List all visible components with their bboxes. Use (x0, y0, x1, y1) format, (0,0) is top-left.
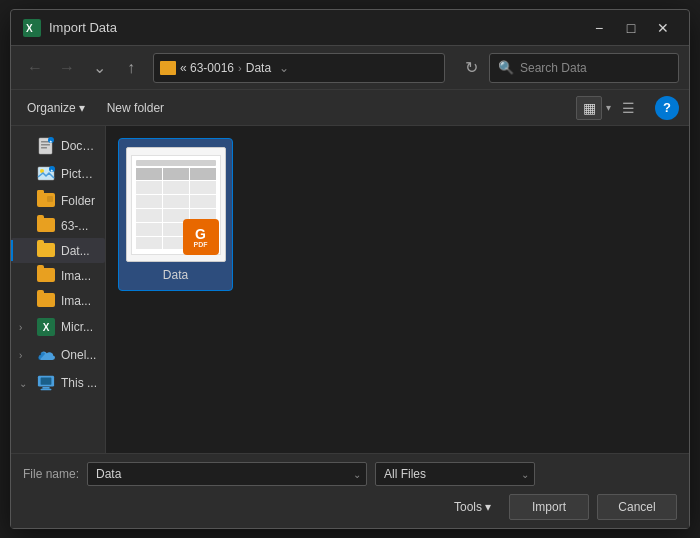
title-bar: X Import Data − □ ✕ (11, 10, 689, 46)
svg-text:X: X (26, 23, 33, 34)
organize-arrow-icon: ▾ (79, 101, 85, 115)
sidebar-item-63[interactable]: 63-... (11, 213, 105, 238)
sidebar-label-docs: Docu... (61, 139, 97, 153)
main-area: ★ Docu... ★ Pictu... (11, 126, 689, 453)
address-dropdown-icon: ⌄ (279, 61, 289, 75)
svg-rect-5 (41, 147, 47, 149)
sidebar-label-thispc: This ... (61, 376, 97, 390)
search-icon: 🔍 (498, 60, 514, 75)
address-text: « 63-0016 (180, 61, 234, 75)
sidebar-label-onedrive: Onel... (61, 348, 97, 362)
svg-rect-14 (42, 387, 49, 389)
filetype-select[interactable]: All Files CSV Files Excel Files Text Fil… (375, 462, 535, 486)
folder-images1-icon (37, 268, 55, 283)
sidebar-item-images1[interactable]: Ima... (11, 263, 105, 288)
sidebar-item-docs[interactable]: ★ Docu... (11, 132, 105, 160)
filetype-select-wrap: All Files CSV Files Excel Files Text Fil… (375, 462, 535, 486)
sidebar-item-thispc[interactable]: ⌄ This ... (11, 369, 105, 397)
thumb-cell (136, 181, 162, 194)
address-current: Data (246, 61, 271, 75)
sidebar-expand-thispc: ⌄ (19, 378, 31, 389)
thumb-cell (190, 168, 216, 181)
address-bar[interactable]: « 63-0016 › Data ⌄ (153, 53, 445, 83)
sidebar: ★ Docu... ★ Pictu... (11, 126, 106, 453)
sidebar-item-images2[interactable]: Ima... (11, 288, 105, 313)
sidebar-label-images2: Ima... (61, 294, 97, 308)
file-item-data[interactable]: G PDF Data (118, 138, 233, 291)
recent-button[interactable]: ⌄ (85, 54, 113, 82)
file-thumbnail-data: G PDF (126, 147, 226, 262)
sidebar-label-images1: Ima... (61, 269, 97, 283)
address-content: « 63-0016 › Data ⌄ (160, 61, 438, 75)
tools-label: Tools (454, 500, 482, 514)
dialog-title: Import Data (49, 20, 585, 35)
cancel-button[interactable]: Cancel (597, 494, 677, 520)
filename-label: File name: (23, 467, 79, 481)
thispc-icon (37, 374, 55, 392)
folder-data-icon (37, 243, 55, 258)
svg-rect-4 (41, 144, 50, 146)
svg-rect-15 (41, 389, 52, 390)
svg-rect-13 (41, 378, 52, 385)
sidebar-label-data: Dat... (61, 244, 97, 258)
window-controls: − □ ✕ (585, 18, 677, 38)
tools-button[interactable]: Tools ▾ (444, 496, 501, 518)
svg-text:★: ★ (49, 139, 53, 144)
sidebar-item-onedrive[interactable]: › Onel... (11, 341, 105, 369)
sidebar-item-microsoft[interactable]: › X Micr... (11, 313, 105, 341)
pictures-icon: ★ (37, 165, 55, 183)
sidebar-expand-onedrive: › (19, 350, 31, 361)
svg-text:★: ★ (50, 168, 54, 173)
folder-63-icon (37, 218, 55, 233)
search-box[interactable]: 🔍 (489, 53, 679, 83)
sidebar-item-pictures[interactable]: ★ Pictu... (11, 160, 105, 188)
sidebar-item-data[interactable]: Dat... (11, 238, 105, 263)
bottom-bar: File name: ⌄ All Files CSV Files Excel F… (11, 453, 689, 528)
thumb-cell (163, 195, 189, 208)
search-input[interactable] (520, 61, 670, 75)
up-button[interactable]: ↑ (117, 54, 145, 82)
thumb-cell (136, 223, 162, 236)
sidebar-expand-microsoft: › (19, 322, 31, 333)
minimize-button[interactable]: − (585, 18, 613, 38)
onedrive-icon (37, 346, 55, 364)
thumb-cell (163, 168, 189, 181)
organize-button[interactable]: Organize ▾ (21, 98, 91, 118)
sidebar-label-63: 63-... (61, 219, 97, 233)
maximize-button[interactable]: □ (617, 18, 645, 38)
address-separator: › (238, 62, 242, 74)
pdf-label: PDF (194, 241, 208, 248)
view-details-button[interactable]: ☰ (615, 96, 641, 120)
filename-input-wrap: ⌄ (87, 462, 367, 486)
close-button[interactable]: ✕ (649, 18, 677, 38)
file-name-label: Data (163, 268, 188, 282)
folder-icon (160, 61, 176, 75)
excel-title-icon: X (23, 19, 41, 37)
thumb-cell (163, 181, 189, 194)
view-controls: ▦ ▾ ☰ (576, 96, 641, 120)
import-dialog: X Import Data − □ ✕ ← → ⌄ ↑ « 63-0016 › … (10, 9, 690, 529)
sidebar-label-folder1: Folder (61, 194, 97, 208)
import-button[interactable]: Import (509, 494, 589, 520)
action-row: Tools ▾ Import Cancel (23, 494, 677, 520)
sidebar-label-pictures: Pictu... (61, 167, 97, 181)
help-button[interactable]: ? (655, 96, 679, 120)
view-dropdown-button[interactable]: ▾ (604, 102, 613, 113)
new-folder-button[interactable]: New folder (101, 98, 170, 118)
microsoft-icon: X (37, 318, 55, 336)
sidebar-item-folder1[interactable]: Folder (11, 188, 105, 213)
docs-icon: ★ (37, 137, 55, 155)
thumb-cell (136, 237, 162, 250)
organize-label: Organize (27, 101, 76, 115)
folder-images2-icon (37, 293, 55, 308)
back-button[interactable]: ← (21, 54, 49, 82)
forward-button[interactable]: → (53, 54, 81, 82)
content-area: G PDF Data (106, 126, 689, 453)
thumb-title-row (136, 160, 216, 166)
refresh-button[interactable]: ↻ (457, 54, 485, 82)
view-large-icons-button[interactable]: ▦ (576, 96, 602, 120)
thumb-cell (136, 195, 162, 208)
filename-input[interactable] (87, 462, 367, 486)
thumb-cell (190, 181, 216, 194)
tools-arrow-icon: ▾ (485, 500, 491, 514)
